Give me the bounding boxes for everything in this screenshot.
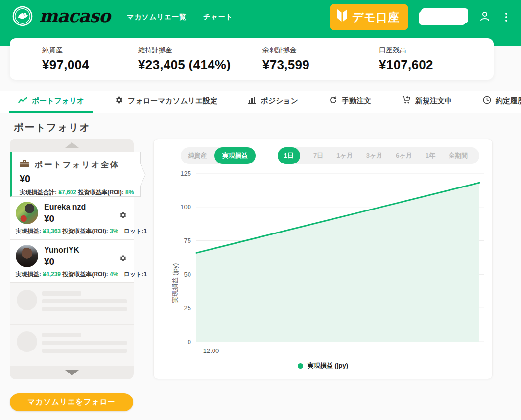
svg-text:75: 75 [184, 237, 191, 244]
range-1d[interactable]: 1日 [278, 147, 300, 164]
skeleton-item [10, 283, 134, 325]
tab-execution-history[interactable]: 約定履歴 [474, 91, 521, 113]
follower-amount: ¥0 [44, 213, 113, 224]
stat-account-balance: 口座残高 ¥107,602 [379, 46, 433, 72]
beginner-mark-icon [336, 8, 348, 26]
follow-sommelier-button[interactable]: マカソムリエをフォロー [10, 393, 133, 411]
account-stats-card: 純資産 ¥97,004 維持証拠金 ¥23,405 (414%) 余剰証拠金 ¥… [10, 38, 494, 80]
swan-logo-icon [12, 5, 33, 29]
refresh-icon [329, 96, 337, 106]
chevron-up-icon [65, 142, 79, 148]
lot-value: ロット:1 [124, 228, 147, 234]
legend-label: 実現損益 (jpy) [308, 361, 348, 370]
skeleton-lines [42, 331, 127, 359]
avatar [16, 202, 38, 224]
followed-item-yunori[interactable]: YunoriYK ¥0 実現損益: ¥4,239 投資収益率(ROI): 4% … [10, 240, 134, 283]
gear-icon [115, 96, 123, 106]
gear-icon[interactable] [118, 254, 128, 264]
page-title: ポートフォリオ [14, 121, 91, 134]
briefcase-icon [20, 160, 29, 170]
stat-label: 口座残高 [379, 46, 433, 55]
avatar [16, 245, 38, 267]
cart-icon [402, 96, 411, 106]
portfolio-total-stats: 実現損益合計: ¥7,602 投資収益率(ROI): 8% [20, 188, 134, 197]
range-7d[interactable]: 7日 [313, 151, 323, 160]
follower-name: Eureka nzd [44, 203, 113, 211]
trend-line-icon [18, 97, 27, 105]
skeleton-avatar [17, 331, 37, 352]
range-1y[interactable]: 1年 [426, 151, 435, 160]
stat-value: ¥73,599 [262, 57, 309, 72]
toggle-net-assets[interactable]: 純資産 [181, 151, 214, 160]
svg-text:125: 125 [180, 170, 191, 177]
svg-text:100: 100 [180, 203, 191, 210]
pl-chart-svg: 025507510012512:00 [167, 168, 487, 359]
svg-text:12:00: 12:00 [203, 347, 219, 354]
range-3m[interactable]: 3ヶ月 [366, 151, 383, 160]
range-all[interactable]: 全期間 [449, 151, 468, 160]
follower-name: YunoriYK [44, 246, 113, 255]
demo-account-button[interactable]: デモ口座 [330, 4, 408, 30]
tab-follow-settings[interactable]: フォローマカソムリエ設定 [106, 91, 226, 113]
stat-maintenance-margin: 維持証拠金 ¥23,405 (414%) [138, 46, 231, 72]
stat-value: ¥107,602 [379, 57, 433, 72]
pl-chart-card: 純資産 実現損益 1日 7日 1ヶ月 3ヶ月 6ヶ月 1年 全期間 実現損益 (… [153, 139, 493, 379]
stat-label: 純資産 [42, 46, 89, 55]
roi-total-value: 8% [125, 189, 134, 196]
brand-logo[interactable]: macaso [12, 5, 110, 29]
chart-legend: 実現損益 (jpy) [154, 361, 492, 370]
pl-chart: 実現損益 (jpy) 025507510012512:00 [167, 168, 487, 361]
skeleton-item [10, 325, 134, 366]
tab-pending-orders[interactable]: 新規注文中 [393, 91, 461, 113]
brand-wordmark: macaso [39, 7, 110, 27]
portfolio-total-amount: ¥0 [20, 173, 134, 185]
stat-free-margin: 余剰証拠金 ¥73,599 [262, 46, 309, 72]
follower-amount: ¥0 [44, 257, 113, 267]
gear-icon[interactable] [118, 210, 128, 221]
range-6m[interactable]: 6ヶ月 [396, 151, 412, 160]
svg-text:50: 50 [184, 271, 191, 278]
user-icon[interactable] [479, 10, 491, 24]
clock-icon [483, 96, 491, 106]
portfolio-sidebar: ポートフォリオ全体 ¥0 実現損益合計: ¥7,602 投資収益率(ROI): … [10, 139, 134, 379]
redacted-username [421, 11, 466, 23]
top-nav: マカソムリエ一覧 チャート [127, 13, 233, 22]
toggle-realized-pl[interactable]: 実現損益 [214, 147, 256, 164]
pl-total-value: ¥7,602 [58, 189, 76, 196]
follower-stats: 実現損益: ¥4,239 投資収益率(ROI): 4% ロット:1 [16, 270, 128, 279]
tab-manual-order[interactable]: 手動注文 [320, 91, 380, 113]
skeleton-lines [42, 290, 127, 317]
range-1m[interactable]: 1ヶ月 [336, 151, 353, 160]
stat-net-assets: 純資産 ¥97,004 [42, 46, 89, 72]
metric-toggle-group: 純資産 実現損益 [181, 147, 256, 164]
kebab-menu-icon[interactable] [503, 11, 509, 23]
tab-portfolio[interactable]: ポートフォリオ [9, 91, 93, 113]
lot-value: ロット:1 [124, 271, 147, 278]
follower-stats: 実現損益: ¥3,363 投資収益率(ROI): 3% ロット:1 [16, 227, 128, 235]
portfolio-total-title: ポートフォリオ全体 [34, 159, 119, 170]
tab-positions[interactable]: ポジション [239, 91, 307, 113]
stat-value: ¥23,405 (414%) [138, 57, 231, 72]
stat-value: ¥97,004 [42, 57, 89, 72]
selected-pointer-icon [140, 162, 146, 189]
svg-text:0: 0 [188, 338, 191, 346]
scroll-up-button[interactable] [10, 139, 134, 152]
followed-item-eureka[interactable]: Eureka nzd ¥0 実現損益: ¥3,363 投資収益率(ROI): 3… [10, 197, 134, 240]
legend-dot-icon [298, 363, 303, 369]
bar-chart-icon [248, 96, 256, 106]
stat-label: 維持証拠金 [138, 46, 231, 55]
scroll-down-button[interactable] [10, 366, 134, 379]
skeleton-avatar [17, 290, 37, 310]
chart-y-axis-label: 実現損益 (jpy) [171, 254, 180, 312]
nav-chart[interactable]: チャート [203, 13, 233, 22]
main-tabbar: ポートフォリオ フォローマカソムリエ設定 ポジション 手動注文 [0, 91, 521, 113]
portfolio-total-card[interactable]: ポートフォリオ全体 ¥0 実現損益合計: ¥7,602 投資収益率(ROI): … [10, 152, 141, 197]
range-selector-group: 1日 7日 1ヶ月 3ヶ月 6ヶ月 1年 全期間 [278, 147, 479, 164]
svg-text:25: 25 [184, 304, 191, 312]
nav-sommelier-list[interactable]: マカソムリエ一覧 [127, 13, 187, 22]
followed-list: Eureka nzd ¥0 実現損益: ¥3,363 投資収益率(ROI): 3… [10, 197, 134, 366]
stat-label: 余剰証拠金 [262, 46, 309, 55]
chevron-down-icon [65, 370, 79, 375]
